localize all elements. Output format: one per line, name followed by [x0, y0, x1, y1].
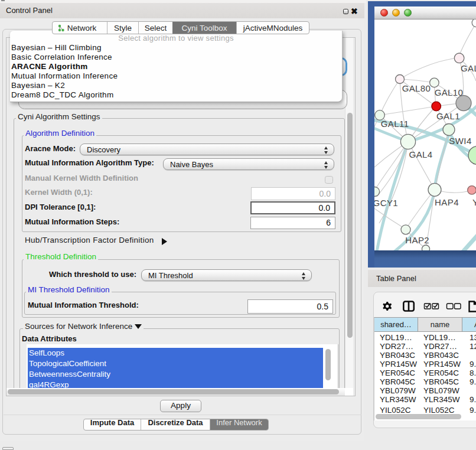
svg-text:GCY1: GCY1 [374, 198, 398, 208]
svg-text:GAL10: GAL10 [435, 87, 464, 97]
svg-text:HAP4: HAP4 [435, 197, 459, 207]
svg-text:SWI4: SWI4 [449, 136, 471, 146]
svg-text:GAL1: GAL1 [436, 111, 460, 121]
svg-text:HAP2: HAP2 [405, 235, 429, 245]
svg-text:GAL11: GAL11 [381, 119, 409, 129]
svg-text:GAL4: GAL4 [409, 149, 433, 159]
svg-text:GAL80: GAL80 [402, 83, 431, 93]
svg-text:Y: Y [472, 197, 476, 207]
svg-text:GAL2: GAL2 [461, 63, 476, 73]
